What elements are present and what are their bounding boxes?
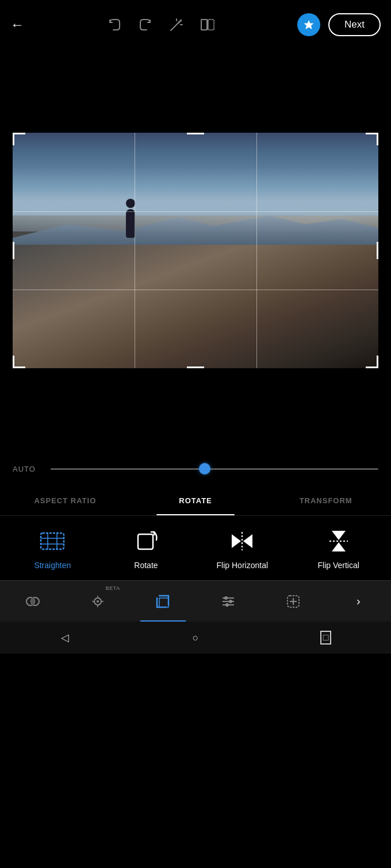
slider-track[interactable] (51, 468, 378, 470)
back-button[interactable]: ← (10, 17, 24, 33)
top-bar-icons (104, 14, 218, 35)
android-back[interactable]: ◁ (53, 626, 76, 649)
svg-rect-31 (159, 598, 168, 607)
tab-rotate[interactable]: ROTATE (131, 486, 261, 515)
image-area (0, 49, 391, 452)
star-button[interactable] (297, 13, 320, 36)
rotate-icon (132, 527, 160, 555)
slider-label: AUTO (13, 465, 40, 473)
compare-button[interactable] (197, 14, 218, 35)
crop-container (13, 133, 378, 368)
svg-marker-19 (332, 531, 346, 540)
rotate-label: Rotate (134, 561, 158, 570)
flip-horizontal-label: Flip Horizontal (217, 561, 268, 570)
nav-more[interactable]: › (326, 581, 391, 622)
svg-marker-20 (332, 542, 346, 551)
nav-selective[interactable]: BETA (65, 581, 130, 622)
flip-horizontal-icon (228, 527, 256, 555)
android-home[interactable]: ○ (184, 626, 207, 649)
crop-icon (154, 593, 171, 610)
svg-point-24 (31, 597, 34, 605)
nav-crop[interactable] (131, 581, 195, 622)
svg-rect-15 (138, 534, 153, 549)
svg-point-26 (97, 600, 99, 603)
nav-mixer[interactable] (0, 581, 65, 622)
flip-vertical-label: Flip Vertical (317, 561, 359, 570)
svg-rect-6 (201, 20, 207, 30)
flip-vertical-icon (325, 527, 352, 555)
more-icon: › (356, 595, 361, 608)
tools-row: Straighten Rotate Flip Horizontal (0, 516, 391, 580)
straighten-icon (39, 527, 66, 555)
android-recent[interactable]: □ (315, 626, 338, 649)
tab-aspect-ratio[interactable]: ASPECT RATIO (0, 486, 131, 515)
android-nav: ◁ ○ □ (0, 622, 391, 654)
straighten-label: Straighten (34, 561, 71, 570)
beta-label: BETA (106, 585, 120, 591)
mountain-decoration (13, 210, 378, 245)
top-bar-left: ← (10, 17, 24, 33)
rotate-tool[interactable]: Rotate (123, 527, 169, 570)
nav-tune[interactable] (195, 581, 260, 622)
selective-icon (89, 593, 106, 610)
mixer-icon (24, 593, 41, 610)
top-bar: ← (0, 0, 391, 49)
tabs-row: ASPECT RATIO ROTATE TRANSFORM (0, 486, 391, 516)
nav-healing[interactable] (260, 581, 325, 622)
svg-rect-7 (208, 20, 214, 30)
person-silhouette (122, 199, 139, 242)
undo-button[interactable] (104, 14, 125, 35)
svg-marker-9 (304, 20, 314, 29)
top-bar-right: Next (297, 13, 381, 36)
flip-horizontal-tool[interactable]: Flip Horizontal (217, 527, 268, 570)
tune-icon (220, 593, 237, 610)
svg-point-35 (224, 596, 228, 600)
tab-transform[interactable]: TRANSFORM (260, 486, 391, 515)
svg-point-36 (229, 600, 232, 603)
straighten-tool[interactable]: Straighten (29, 527, 75, 570)
svg-rect-10 (41, 533, 64, 549)
slider-thumb[interactable] (199, 463, 210, 474)
flip-vertical-tool[interactable]: Flip Vertical (316, 527, 362, 570)
next-button[interactable]: Next (328, 13, 381, 36)
magic-button[interactable] (166, 14, 187, 35)
bottom-nav: BETA (0, 580, 391, 622)
healing-icon (285, 593, 302, 610)
auto-slider-section: AUTO (0, 452, 391, 486)
svg-line-4 (178, 20, 181, 23)
photo (13, 133, 378, 368)
svg-point-37 (225, 603, 229, 607)
svg-marker-17 (243, 534, 252, 548)
redo-button[interactable] (135, 14, 156, 35)
svg-marker-16 (232, 534, 241, 548)
